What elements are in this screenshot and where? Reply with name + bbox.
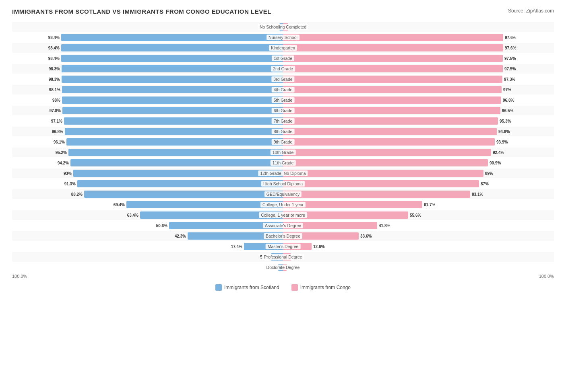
bar-scotland: 88.2% (84, 191, 283, 198)
bar-value-congo: 12.6% (313, 244, 324, 249)
table-row: 42.3% Bachelor's Degree 33.6% (12, 231, 554, 241)
table-row: 97.8% 6th Grade 96.5% (12, 106, 554, 115)
bar-left-half: 98.4% (12, 33, 283, 42)
table-row: 91.3% High School Diploma 87% (12, 179, 554, 189)
bar-scotland: 42.3% (188, 232, 283, 240)
bar-row-inner: 91.3% High School Diploma 87% (12, 179, 554, 189)
bar-right-half: 87% (283, 179, 554, 189)
legend-swatch-scotland (215, 284, 222, 291)
bar-value-scotland: 50.6% (156, 224, 167, 228)
table-row: 98.3% 3rd Grade 97.3% (12, 74, 554, 84)
bar-right-half: 96.8% (283, 95, 554, 105)
bar-value-congo: 94.9% (498, 129, 510, 134)
bar-left-half: 98% (12, 95, 283, 105)
bar-scotland: 96.1% (66, 138, 283, 146)
bar-value-scotland: 93% (64, 171, 72, 176)
bar-value-congo: 87% (481, 182, 489, 186)
bar-value-congo: 97.6% (505, 46, 516, 50)
bar-value-congo: 96.5% (502, 109, 513, 113)
bar-congo: 55.6% (283, 211, 408, 219)
bar-row-inner: 96.8% 8th Grade 94.9% (12, 127, 554, 136)
bar-row-inner: 17.4% Master's Degree 12.6% (12, 242, 554, 251)
bar-scotland: 97.1% (64, 117, 283, 125)
bar-value-scotland: 98% (52, 98, 60, 103)
bar-scotland: 98.4% (61, 55, 283, 62)
bar-left-half: 96.1% (12, 137, 283, 147)
bar-row-inner: 98.4% Nursery School 97.6% (12, 33, 554, 42)
bar-value-congo: 92.4% (493, 150, 504, 155)
table-row: 95.2% 10th Grade 92.4% (12, 148, 554, 157)
bar-right-half: 41.8% (283, 221, 554, 230)
table-row: 2.2% Doctorate Degree 1.6% (12, 263, 554, 272)
bar-left-half: 93% (12, 168, 283, 178)
bar-value-congo: 83.1% (472, 192, 483, 197)
bar-value-congo: 33.6% (360, 234, 372, 238)
bar-value-congo: 96.8% (503, 98, 514, 103)
bar-congo: 97.6% (283, 44, 503, 51)
bar-value-scotland: 88.2% (71, 192, 83, 197)
bar-right-half: 55.6% (283, 210, 554, 220)
bar-congo: 1.6% (283, 264, 287, 271)
bar-value-congo: 61.7% (424, 203, 435, 207)
bar-scotland: 17.4% (244, 243, 283, 250)
bar-congo: 97% (283, 86, 502, 93)
bar-row-inner: 93% 12th Grade, No Diploma 89% (12, 168, 554, 178)
bar-right-half: 90.9% (283, 158, 554, 168)
bar-row-inner: 42.3% Bachelor's Degree 33.6% (12, 231, 554, 241)
bar-right-half: 89% (283, 168, 554, 178)
bar-left-half: 95.2% (12, 148, 283, 157)
bar-scotland: 95.2% (68, 149, 283, 156)
bar-row-inner: 2.2% Doctorate Degree 1.6% (12, 263, 554, 272)
bar-value-congo: 55.6% (410, 213, 421, 218)
bar-value-scotland: 95.2% (56, 150, 67, 155)
bar-value-scotland: 42.3% (175, 234, 186, 238)
bar-value-scotland: 98.3% (49, 67, 60, 71)
rows-wrapper: 1.6% No Schooling Completed 2.4% 98.4% N… (12, 22, 554, 272)
bar-right-half: 12.6% (283, 242, 554, 251)
bar-value-scotland: 69.4% (114, 203, 125, 207)
table-row: 96.8% 8th Grade 94.9% (12, 127, 554, 136)
bar-right-half: 61.7% (283, 200, 554, 209)
chart-header: IMMIGRANTS FROM SCOTLAND VS IMMIGRANTS F… (12, 8, 554, 15)
legend-label-scotland: Immigrants from Scotland (224, 285, 279, 290)
bar-left-half: 97.8% (12, 106, 283, 115)
bar-right-half: 96.5% (283, 106, 554, 115)
bar-left-half: 98.1% (12, 85, 283, 94)
bar-value-scotland: 98.4% (48, 46, 60, 50)
bar-row-inner: 69.4% College, Under 1 year 61.7% (12, 200, 554, 209)
bar-row-inner: 63.4% College, 1 year or more 55.6% (12, 210, 554, 220)
bar-value-congo: 1.6% (288, 265, 297, 270)
bar-value-congo: 95.3% (500, 119, 511, 123)
bar-value-scotland: 94.2% (58, 161, 69, 165)
bar-right-half: 92.4% (283, 148, 554, 157)
bar-congo: 97.6% (283, 34, 503, 41)
bar-row-inner: 5.3% Professional Degree 3.6% (12, 252, 554, 262)
table-row: 97.1% 7th Grade 95.3% (12, 116, 554, 126)
table-row: 98.4% 1st Grade 97.5% (12, 53, 554, 63)
bar-left-half: 88.2% (12, 189, 283, 199)
bar-left-half: 96.8% (12, 127, 283, 136)
bar-value-scotland: 98.4% (48, 56, 60, 61)
bar-left-half: 98.3% (12, 64, 283, 74)
bar-left-half: 91.3% (12, 179, 283, 189)
bar-value-congo: 3.6% (293, 255, 302, 259)
bar-value-scotland: 96.8% (52, 129, 63, 134)
bar-congo: 90.9% (283, 159, 488, 166)
bar-congo: 97.5% (283, 65, 503, 72)
bar-value-scotland: 98.4% (48, 35, 60, 40)
bar-congo: 97.5% (283, 55, 503, 62)
bar-right-half: 1.6% (283, 263, 554, 272)
bar-scotland: 98.3% (62, 76, 283, 83)
bar-value-scotland: 97.8% (50, 109, 61, 113)
bar-value-congo: 97.5% (504, 56, 516, 61)
bar-row-inner: 95.2% 10th Grade 92.4% (12, 148, 554, 157)
bar-right-half: 33.6% (283, 231, 554, 241)
bar-row-inner: 98% 5th Grade 96.8% (12, 95, 554, 105)
bar-value-scotland: 98.3% (49, 77, 60, 82)
bar-row-inner: 98.1% 4th Grade 97% (12, 85, 554, 94)
bar-row-inner: 96.1% 9th Grade 93.9% (12, 137, 554, 147)
bar-congo: 96.8% (283, 96, 501, 104)
table-row: 94.2% 11th Grade 90.9% (12, 158, 554, 168)
bar-left-half: 98.4% (12, 43, 283, 53)
bar-value-scotland: 91.3% (64, 182, 76, 186)
